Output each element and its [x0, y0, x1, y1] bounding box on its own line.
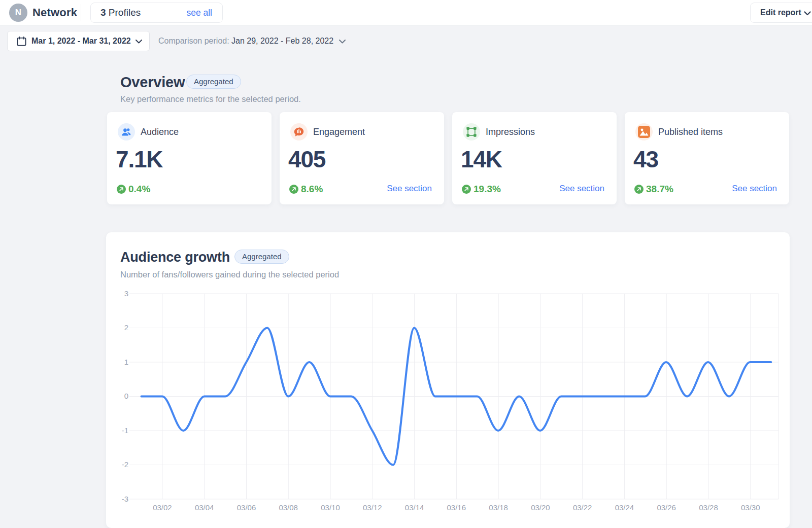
svg-text:-2: -2	[122, 460, 128, 469]
svg-text:03/24: 03/24	[615, 503, 634, 512]
svg-text:03/02: 03/02	[153, 503, 172, 512]
svg-text:03/28: 03/28	[699, 503, 718, 512]
svg-text:1: 1	[124, 358, 128, 366]
svg-text:03/20: 03/20	[531, 503, 550, 512]
svg-text:03/26: 03/26	[657, 503, 676, 512]
svg-text:03/16: 03/16	[447, 503, 466, 512]
svg-text:2: 2	[124, 323, 128, 332]
svg-text:03/12: 03/12	[363, 503, 382, 512]
svg-text:03/14: 03/14	[405, 503, 424, 512]
svg-text:03/04: 03/04	[195, 503, 214, 512]
svg-text:3: 3	[124, 289, 128, 298]
svg-text:-3: -3	[122, 495, 128, 503]
svg-text:03/30: 03/30	[741, 503, 760, 512]
svg-text:03/10: 03/10	[321, 503, 340, 512]
svg-text:03/22: 03/22	[573, 503, 592, 512]
svg-text:03/18: 03/18	[489, 503, 508, 512]
svg-text:03/06: 03/06	[237, 503, 256, 512]
svg-text:-1: -1	[122, 426, 128, 435]
svg-text:0: 0	[124, 392, 128, 400]
svg-text:03/08: 03/08	[279, 503, 298, 512]
